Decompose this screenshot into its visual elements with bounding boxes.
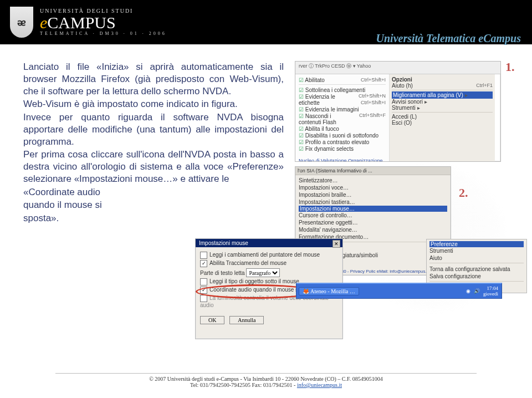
paragraph-5a: «Coordinate audio <box>23 186 284 198</box>
footer-email-link[interactable]: info@uniecampus.it <box>297 382 342 388</box>
shield-icon: ᴂ <box>10 7 33 38</box>
tray-nvda-icon[interactable]: ◉ <box>466 288 470 294</box>
figure-number-1: 1. <box>505 60 515 74</box>
fig3-row-3[interactable]: Parte di testo letta Paragrafo <box>200 268 338 277</box>
fig2-sub-preferenze[interactable]: Preferenze <box>429 241 524 247</box>
fig2-item-braille[interactable]: Impostazioni braille… <box>299 191 447 198</box>
paragraph-4: Per prima cosa cliccare sull'icona dell'… <box>23 149 284 185</box>
fig3-row-1[interactable]: Leggi i cambiamenti del puntatore del mo… <box>200 252 338 259</box>
fig1-esci[interactable]: Esci (O) <box>392 120 493 126</box>
fig1-aiuto[interactable]: Aiuto (h)Ctrl+F1 <box>392 83 493 89</box>
fig2-item-mouse[interactable]: Impostazioni mouse… <box>299 206 447 212</box>
fig2-item-voce[interactable]: Impostazioni voce… <box>299 184 447 191</box>
footer-line-2: Tel: 031/7942500-7942505 Fax: 031/794250… <box>190 382 297 388</box>
fig1-miglioramenti[interactable]: Miglioramenti alla pagina (V) <box>392 91 493 99</box>
brand-text: eCAMPUS <box>40 14 167 32</box>
footer-line-1: 2007 Università degli studi e-Campus - V… <box>149 376 383 382</box>
close-icon[interactable]: ✕ <box>332 240 340 248</box>
fig1-item-immagini[interactable]: Evidenzia le immaginiCtrl+Shift+F <box>299 106 386 113</box>
taskbar-tray: ◉ 🔊 17:04 giovedì <box>466 285 502 297</box>
fig2-sub-salva[interactable]: Salva configurazione <box>429 273 524 280</box>
paragraph-2: Web-Visum è già impostato come indicato … <box>23 98 284 110</box>
fig1-item-abilitato[interactable]: AbilitatoCtrl+Shift+I <box>299 76 386 83</box>
cancel-button[interactable]: Annulla <box>229 316 264 324</box>
fig1-accedi[interactable]: Accedi (L) <box>392 114 493 120</box>
fig1-item-sottolinea[interactable]: Sottolinea i collegamentiCtrl+Shift+N <box>299 86 386 93</box>
page-subtitle: Università Telematica eCampus <box>376 32 521 45</box>
fig1-opzioni-heading: Opzioni <box>392 76 493 83</box>
logo-block: ᴂ UNIVERSITÀ DEGLI STUDI eCAMPUS TELEMAT… <box>0 7 167 38</box>
fig2-sub-aiuto[interactable]: Aiuto <box>429 254 524 262</box>
fig2-item-tastiera[interactable]: Impostazioni tastiera… <box>299 198 447 206</box>
fig2-item-presentazione[interactable]: Presentazione oggetti… <box>299 219 447 226</box>
fig2-item-sintetizzatore[interactable]: Sintetizzatore… <box>299 177 447 184</box>
fig3-titlebar: Impostazioni mouse ✕ <box>196 239 342 247</box>
tray-day: giovedì <box>483 291 498 297</box>
brand-rest: CAMPUS <box>47 13 115 32</box>
figures-column: 1. 2. 3. rver ⓘ TrkPro CESD ⓦ ▾ Yahoo Ab… <box>284 61 521 226</box>
fig3-row-2[interactable]: Abilita Tracciamento del mouse <box>200 260 338 267</box>
brand-e: e <box>40 13 47 32</box>
fig1-item-fix[interactable]: Fix dynamic selects <box>299 145 386 152</box>
tray-volume-icon[interactable]: 🔊 <box>474 288 480 294</box>
fig1-item-profilo[interactable]: Profilo a contrasto elevato <box>299 139 386 145</box>
fig1-item-disabilita[interactable]: Disabilita i suoni di sottofondo <box>299 132 386 139</box>
figure-1-webvisum-menu: rver ⓘ TrkPro CESD ⓦ ▾ Yahoo AbilitatoCt… <box>295 61 501 162</box>
fig1-avvisi[interactable]: Avvisi sonori <box>392 99 493 105</box>
figure-number-2: 2. <box>459 186 468 200</box>
tray-time: 17:04 <box>487 285 498 291</box>
slide-footer: 2007 Università degli studi e-Campus - V… <box>0 373 532 388</box>
paragraph-1: Lanciato il file «Inizia» si aprirà auto… <box>23 61 284 97</box>
body-text-column: Lanciato il file «Inizia» si aprirà auto… <box>23 61 284 226</box>
fig1-strumenti[interactable]: Strumenti <box>392 105 493 111</box>
paragraph-3: Invece per quanto riguarda il software N… <box>23 111 284 147</box>
fig2-item-cursore[interactable]: Cursore di controllo… <box>299 212 447 219</box>
fig2-sub-strumenti[interactable]: Strumenti <box>429 247 524 254</box>
fig2-item-navigazione[interactable]: Modalita' navigazione… <box>299 226 447 233</box>
fig1-item-fuoco[interactable]: Abilita il fuoco <box>299 125 386 132</box>
telematica-tag: TELEMATICA · DM30 · 01 · 2006 <box>40 32 167 36</box>
windows-taskbar: 🦊 Ateneo - Mozilla … ◉ 🔊 17:04 giovedì <box>296 283 502 299</box>
ok-button[interactable]: OK <box>200 316 224 324</box>
fig1-bottom-links[interactable]: Nucleo di Valutazione Organizzazione Eng… <box>299 157 386 162</box>
fig2-sub-torna[interactable]: Torna alla configurazione salvata <box>429 266 524 273</box>
fig2-top-caption: l'on SIA (Sistema Informativo di ... <box>295 167 451 175</box>
taskbar-app-button[interactable]: 🦊 Ateneo - Mozilla … <box>299 287 359 295</box>
fig3-text-unit-select[interactable]: Paragrafo <box>246 268 280 277</box>
paragraph-5b: quando il mouse si <box>23 199 284 211</box>
fig1-toolbar: rver ⓘ TrkPro CESD ⓦ ▾ Yahoo <box>295 62 500 74</box>
paragraph-5c: sposta». <box>23 212 284 224</box>
